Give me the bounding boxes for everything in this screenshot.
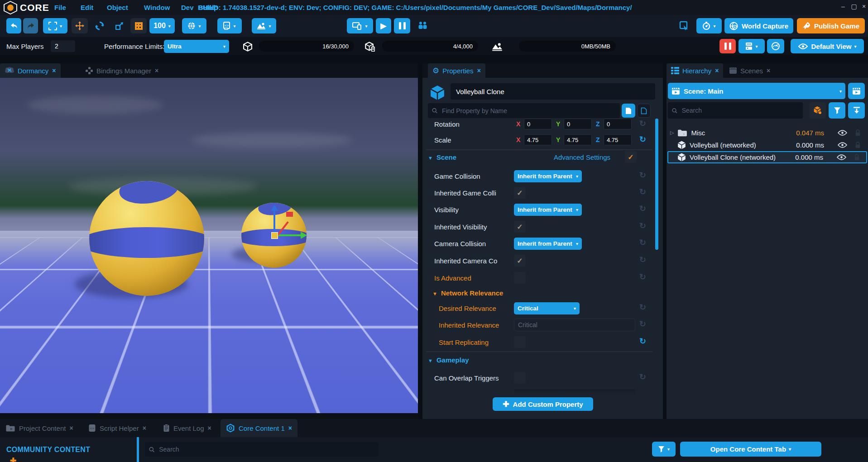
multiplayer-button[interactable] <box>415 18 430 33</box>
rotate-tool-button[interactable] <box>91 18 108 33</box>
window-close-icon[interactable]: × <box>859 0 868 13</box>
hierarchy-search[interactable] <box>668 102 803 119</box>
publish-game-button[interactable]: Publish Game <box>797 18 865 33</box>
rotation-reset-icon[interactable]: ↺ <box>639 119 646 129</box>
open-core-content-tab-button[interactable]: Open Core Content Tab ▾ <box>680 442 821 457</box>
hierarchy-row-volleyball[interactable]: Volleyball (networked) 0.000 ms <box>667 139 867 151</box>
visibility-eye-icon[interactable] <box>837 154 846 160</box>
tab-bindings-manager-close-icon[interactable]: × <box>155 67 158 74</box>
start-replicating-checkbox[interactable]: ✓ <box>514 336 526 348</box>
menu-dev[interactable]: Dev <box>181 0 194 15</box>
desired-relevance-dropdown[interactable]: Critical▾ <box>514 302 580 314</box>
tab-scenes[interactable]: Scenes × <box>724 63 775 78</box>
hierarchy-search-input[interactable] <box>681 106 799 114</box>
game-collision-dropdown[interactable]: Inherit from Parent▾ <box>514 170 582 182</box>
redo-button[interactable] <box>23 18 38 33</box>
scene-3d-view[interactable] <box>0 78 418 413</box>
scale-reset-icon[interactable]: ↺ <box>639 134 646 144</box>
advanced-settings-label[interactable]: Advanced Settings <box>554 153 610 161</box>
network-relevance-section-header[interactable]: ▼Network Relevance <box>432 289 503 297</box>
pause-button[interactable] <box>394 18 410 33</box>
scale-tool-button[interactable] <box>111 18 128 33</box>
tab-event-log[interactable]: Event Log × <box>158 419 217 437</box>
is-advanced-reset-icon[interactable]: ↺ <box>639 272 646 282</box>
menu-window[interactable]: Window <box>144 0 170 15</box>
tab-script-helper-close-icon[interactable]: × <box>143 424 146 432</box>
gameplay-section-header[interactable]: ▼Gameplay <box>428 356 469 364</box>
menu-file[interactable]: File <box>54 0 66 15</box>
grid-size-dropdown[interactable]: 100▾ <box>149 18 175 33</box>
tab-core-content-1[interactable]: Core Content 1 × <box>221 419 297 437</box>
hierarchy-row-volleyball-clone[interactable]: Volleyball Clone (networked) 0.000 ms <box>667 151 867 163</box>
gizmo-center-handle[interactable] <box>271 232 278 239</box>
menu-object[interactable]: Object <box>107 0 128 15</box>
debug-pause-button[interactable] <box>719 39 736 53</box>
inherited-camera-collision-reset-icon[interactable]: ↺ <box>639 255 646 265</box>
networked-filter-button[interactable] <box>809 102 826 119</box>
hierarchy-row-misc[interactable]: ▷ Misc 0.047 ms <box>667 127 867 139</box>
is-advanced-checkbox[interactable]: ✓ <box>514 272 526 284</box>
visibility-eye-icon[interactable] <box>838 142 847 148</box>
server-dropdown[interactable]: ▾ <box>739 39 765 53</box>
performance-gauge-button[interactable] <box>767 39 784 53</box>
screen-select-button[interactable] <box>677 18 691 33</box>
tab-event-log-close-icon[interactable]: × <box>208 424 211 432</box>
window-maximize-icon[interactable]: ▢ <box>849 0 858 13</box>
scene-section-header[interactable]: ▼Scene <box>428 153 456 161</box>
scale-z-input[interactable] <box>604 134 632 145</box>
advanced-settings-checkbox[interactable]: ✓ <box>625 151 637 163</box>
inherited-visibility-checkbox[interactable]: ✓ <box>514 221 526 233</box>
terrain-dropdown[interactable]: ▾ <box>252 18 276 33</box>
content-filter-dropdown[interactable]: ▾ <box>652 442 676 457</box>
visibility-eye-icon[interactable] <box>838 130 847 136</box>
property-search-input[interactable] <box>441 107 616 115</box>
tab-project-content-close-icon[interactable]: × <box>69 424 73 432</box>
lock-icon[interactable] <box>855 129 861 136</box>
tab-project-content[interactable]: Project Content × <box>0 419 79 437</box>
tab-script-helper[interactable]: <> Script Helper × <box>83 419 152 437</box>
tab-bindings-manager[interactable]: Bindings Manager × <box>81 63 163 78</box>
select-mode-dropdown[interactable]: ▾ <box>43 18 67 33</box>
volleyball-large[interactable] <box>89 181 204 296</box>
inherited-visibility-reset-icon[interactable]: ↺ <box>639 221 646 231</box>
paste-properties-button[interactable] <box>637 104 651 118</box>
camera-collision-reset-icon[interactable]: ↺ <box>639 238 646 248</box>
visibility-dropdown[interactable]: Inherit from Parent▾ <box>514 204 582 216</box>
world-capture-button[interactable]: World Capture <box>724 18 793 33</box>
performance-limits-dropdown[interactable]: Ultra▾ <box>164 40 229 53</box>
play-button[interactable]: ▶ <box>376 18 391 33</box>
inherited-game-collision-checkbox[interactable]: ✓ <box>514 187 526 199</box>
game-collision-reset-icon[interactable]: ↺ <box>639 170 646 180</box>
start-replicating-reset-icon[interactable]: ↺ <box>639 336 646 346</box>
content-search[interactable] <box>145 442 379 457</box>
scale-y-input[interactable] <box>564 134 592 145</box>
tab-hierarchy[interactable]: Hierarchy × <box>667 63 723 78</box>
grid-snap-button[interactable] <box>130 18 147 33</box>
rotation-z-input[interactable] <box>604 119 632 129</box>
rotation-x-input[interactable] <box>524 119 552 129</box>
add-custom-property-button[interactable]: ✚ Add Custom Property <box>493 397 593 411</box>
inherited-camera-collision-checkbox[interactable]: ✓ <box>514 255 526 267</box>
tab-properties-close-icon[interactable]: × <box>477 67 481 74</box>
gizmo-y-axis[interactable] <box>273 210 275 235</box>
undo-button[interactable] <box>6 18 21 33</box>
copy-properties-button[interactable] <box>622 104 635 118</box>
tab-hierarchy-close-icon[interactable]: × <box>715 67 719 74</box>
desired-relevance-reset-icon[interactable]: ↺ <box>639 302 646 312</box>
content-search-input[interactable] <box>158 445 375 453</box>
expand-arrow-icon[interactable]: ▷ <box>670 130 674 136</box>
inherited-relevance-reset-icon[interactable]: ↺ <box>639 319 646 329</box>
lock-icon[interactable] <box>855 142 861 148</box>
default-view-dropdown[interactable]: Default View ▾ <box>791 39 864 53</box>
camera-collision-dropdown[interactable]: Inherit from Parent▾ <box>514 238 582 250</box>
tab-properties[interactable]: ⚙ Properties × <box>428 63 485 78</box>
scene-selector-dropdown[interactable]: Scene: Main ▾ <box>668 83 845 99</box>
tab-dormancy-close-icon[interactable]: × <box>52 67 56 74</box>
visibility-reset-icon[interactable]: ↺ <box>639 204 646 214</box>
filter-button[interactable] <box>829 102 845 119</box>
tab-core-content-1-close-icon[interactable]: × <box>288 424 292 432</box>
preview-mode-dropdown[interactable]: ▾ <box>347 18 373 33</box>
tab-scenes-close-icon[interactable]: × <box>767 67 770 74</box>
world-settings-dropdown[interactable]: ▾ <box>182 18 206 33</box>
object-name-field[interactable] <box>451 83 655 100</box>
